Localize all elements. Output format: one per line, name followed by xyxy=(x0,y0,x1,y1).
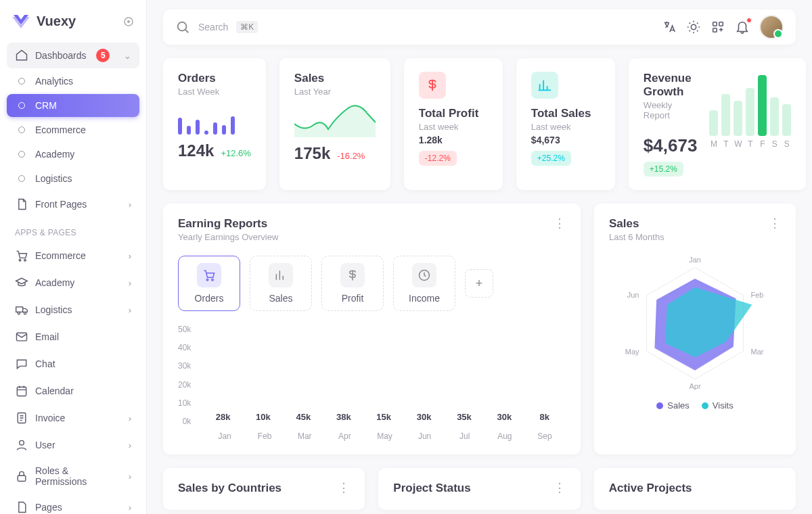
svg-point-5 xyxy=(18,312,20,314)
apps-icon[interactable] xyxy=(710,20,725,34)
card-menu-icon[interactable]: ⋮ xyxy=(769,217,781,229)
tab-sales[interactable]: Sales xyxy=(250,256,312,311)
nav-academy[interactable]: Academy› xyxy=(7,270,139,296)
sales-countries-card: Sales by Countries⋮ xyxy=(163,468,365,510)
svg-text:Mar: Mar xyxy=(751,348,764,356)
dollar-icon xyxy=(419,72,446,99)
svg-point-17 xyxy=(206,279,208,281)
plus-icon: + xyxy=(476,277,483,291)
svg-marker-26 xyxy=(665,287,752,358)
card-subtitle: Last 6 Months xyxy=(609,232,664,242)
total-sales-value: $4,673 xyxy=(531,135,600,145)
sidebar: Vuexy Dashboards 5 ⌄ Analytics CRM Ecomm… xyxy=(0,0,147,514)
profit-chip: -12.2% xyxy=(419,151,457,166)
profit-card: Total Profit Last week 1.28k -12.2% xyxy=(404,58,503,190)
radar-chart: Jan Feb Mar Apr May Jun xyxy=(621,249,769,398)
nav-invoice[interactable]: Invoice› xyxy=(7,405,139,431)
chevron-right-icon: › xyxy=(129,503,131,513)
card-menu-icon[interactable]: ⋮ xyxy=(338,482,350,494)
nav-chat[interactable]: Chat xyxy=(7,351,139,377)
nav-email[interactable]: Email xyxy=(7,324,139,350)
sales-value: 175k xyxy=(294,144,330,163)
sales-sparkline xyxy=(294,103,376,137)
nav-pages[interactable]: Pages› xyxy=(7,494,139,514)
section-apps-label: APPS & PAGES xyxy=(7,218,139,241)
graduation-icon xyxy=(15,276,28,289)
orders-value: 124k xyxy=(178,141,214,160)
project-status-card: Project Status⋮ xyxy=(378,468,580,510)
svg-rect-15 xyxy=(719,22,723,26)
orders-sparkbar xyxy=(178,106,251,135)
card-subtitle: Last Week xyxy=(178,87,251,97)
tab-profit[interactable]: Profit xyxy=(321,256,384,311)
tab-add[interactable]: + xyxy=(465,269,493,298)
orders-pct: +12.6% xyxy=(221,148,250,158)
cart-icon xyxy=(15,249,28,262)
nav-front-pages[interactable]: Front Pages› xyxy=(7,191,139,217)
nav-badge: 5 xyxy=(96,49,110,62)
chat-icon xyxy=(15,357,28,371)
topbar: Search ⌘K xyxy=(163,9,796,45)
chevron-right-icon: › xyxy=(129,413,131,423)
search-kbd: ⌘K xyxy=(236,21,258,33)
card-title: Sales xyxy=(609,217,664,231)
earning-bar-chart: 50k40k30k20k10k0k 28k 10k 45k 38k 15k 30… xyxy=(178,325,566,426)
nav-user[interactable]: User› xyxy=(7,432,139,458)
card-menu-icon[interactable]: ⋮ xyxy=(554,217,566,229)
card-title: Total Sales xyxy=(531,107,600,120)
svg-point-18 xyxy=(212,279,214,281)
brand-row: Vuexy xyxy=(7,7,139,36)
pin-icon[interactable] xyxy=(123,16,134,27)
tab-orders[interactable]: Orders xyxy=(178,256,240,311)
nav-calendar[interactable]: Calendar xyxy=(7,378,139,404)
nav-roles[interactable]: Roles & Permissions› xyxy=(7,459,139,493)
user-avatar[interactable] xyxy=(759,15,784,39)
nav-dashboards[interactable]: Dashboards 5 ⌄ xyxy=(7,43,139,68)
revenue-bars: MTWTFSS xyxy=(709,72,791,177)
language-icon[interactable] xyxy=(662,20,677,34)
revenue-card: Revenue Growth Weekly Report $4,673 +15.… xyxy=(629,58,807,190)
nav-label: Dashboards xyxy=(35,50,87,61)
svg-point-10 xyxy=(20,440,24,445)
theme-icon[interactable] xyxy=(686,20,701,34)
card-title: Active Projects xyxy=(609,482,692,495)
sales-pct: -16.2% xyxy=(337,151,365,161)
svg-point-6 xyxy=(24,312,26,314)
svg-text:Apr: Apr xyxy=(689,382,700,390)
nav-logistics-dash[interactable]: Logistics xyxy=(7,167,139,190)
card-title: Revenue Growth xyxy=(644,72,698,99)
orders-card: Orders Last Week 124k+12.6% xyxy=(163,58,266,190)
lock-icon xyxy=(15,469,28,483)
legend-visits: Visits xyxy=(702,400,734,411)
svg-rect-8 xyxy=(17,387,26,396)
card-title: Project Status xyxy=(393,482,470,495)
card-subtitle: Last Year xyxy=(294,87,376,97)
nav-crm[interactable]: CRM xyxy=(7,94,139,117)
svg-rect-14 xyxy=(713,22,717,26)
nav-analytics[interactable]: Analytics xyxy=(7,70,139,93)
chevron-right-icon: › xyxy=(129,200,131,210)
nav-academy-dash[interactable]: Academy xyxy=(7,143,139,166)
card-subtitle: Weekly Report xyxy=(644,100,698,120)
sales-card: Sales Last Year 175k-16.2% xyxy=(279,58,390,190)
home-icon xyxy=(15,49,28,62)
tab-income[interactable]: Income xyxy=(393,256,455,311)
mail-icon xyxy=(15,330,28,344)
nav-ecommerce-dash[interactable]: Ecommerce xyxy=(7,118,139,141)
nav-logistics[interactable]: Logistics› xyxy=(7,297,139,323)
notifications-icon[interactable] xyxy=(735,20,750,34)
card-menu-icon[interactable]: ⋮ xyxy=(554,482,566,494)
truck-icon xyxy=(15,303,28,317)
brand-logo-icon xyxy=(12,15,30,28)
chevron-right-icon: › xyxy=(129,251,131,261)
main-content: Search ⌘K Orders Last Week 124k+12.6% xyxy=(147,0,812,514)
card-subtitle: Yearly Earnings Overview xyxy=(178,232,278,242)
chart-icon xyxy=(269,263,293,287)
card-title: Sales by Countries xyxy=(178,482,281,495)
file-icon xyxy=(15,197,28,211)
pages-icon xyxy=(15,500,28,514)
search-trigger[interactable]: Search ⌘K xyxy=(175,20,258,34)
svg-point-3 xyxy=(24,259,26,261)
svg-text:Jun: Jun xyxy=(627,291,639,299)
nav-ecommerce[interactable]: Ecommerce› xyxy=(7,243,139,268)
